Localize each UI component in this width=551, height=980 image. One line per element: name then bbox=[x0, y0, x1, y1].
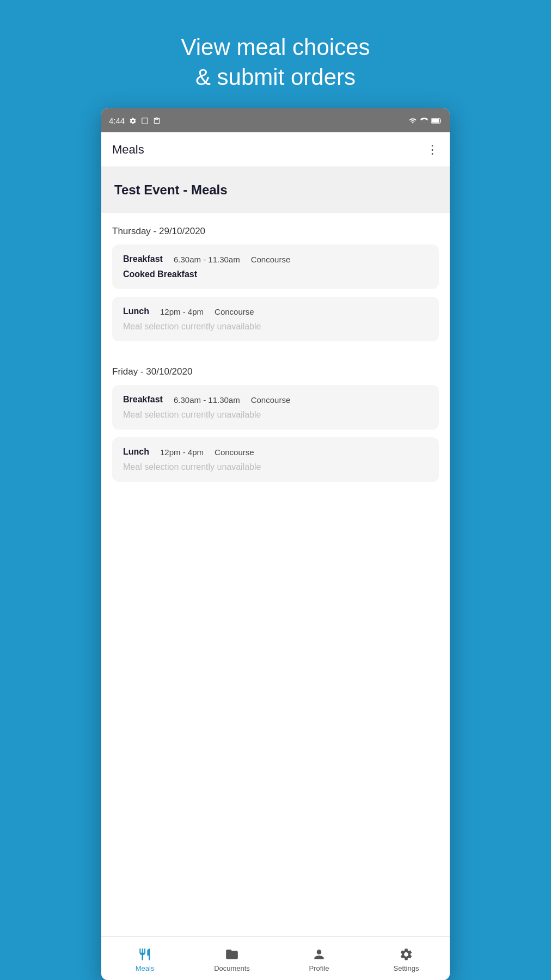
profile-icon bbox=[312, 945, 326, 962]
meal-card-fri-lunch[interactable]: Lunch 12pm - 4pm Concourse Meal selectio… bbox=[112, 437, 439, 482]
meal-time: 6.30am - 11.30am bbox=[174, 255, 240, 264]
status-time: 4:44 bbox=[109, 116, 125, 125]
meals-icon bbox=[138, 945, 152, 962]
nav-label-settings: Settings bbox=[394, 964, 419, 972]
meal-type: Lunch bbox=[123, 307, 149, 316]
nav-item-documents[interactable]: Documents bbox=[188, 941, 276, 977]
nav-label-documents: Documents bbox=[214, 964, 250, 972]
nav-item-settings[interactable]: Settings bbox=[363, 941, 450, 977]
nav-item-profile[interactable]: Profile bbox=[276, 941, 363, 977]
status-square-icon bbox=[141, 116, 149, 125]
phone-frame: 4:44 bbox=[101, 108, 450, 980]
meal-card-thu-lunch[interactable]: Lunch 12pm - 4pm Concourse Meal selectio… bbox=[112, 297, 439, 341]
hero-text: View meal choices & submit orders bbox=[137, 0, 413, 108]
meal-location: Concourse bbox=[215, 448, 254, 457]
meal-card-row: Breakfast 6.30am - 11.30am Concourse bbox=[123, 254, 428, 264]
day-section-friday: Friday - 30/10/2020 Breakfast 6.30am - 1… bbox=[101, 353, 450, 494]
event-header: Test Event - Meals bbox=[101, 167, 450, 213]
nav-label-meals: Meals bbox=[136, 964, 155, 972]
meal-card-row: Lunch 12pm - 4pm Concourse bbox=[123, 307, 428, 316]
event-title: Test Event - Meals bbox=[114, 182, 437, 198]
meal-time: 12pm - 4pm bbox=[160, 448, 204, 457]
app-bar: Meals ⋮ bbox=[101, 132, 450, 167]
meal-unavailable-text: Meal selection currently unavailable bbox=[123, 322, 428, 332]
main-content: Thursday - 29/10/2020 Breakfast 6.30am -… bbox=[101, 213, 450, 936]
meal-card-row: Lunch 12pm - 4pm Concourse bbox=[123, 447, 428, 457]
status-bar-right bbox=[408, 116, 442, 125]
status-bar: 4:44 bbox=[101, 108, 450, 132]
day-label-thursday: Thursday - 29/10/2020 bbox=[112, 226, 439, 237]
meal-unavailable-text: Meal selection currently unavailable bbox=[123, 410, 428, 420]
day-label-friday: Friday - 30/10/2020 bbox=[112, 366, 439, 377]
status-bar-left: 4:44 bbox=[109, 116, 161, 125]
meal-location: Concourse bbox=[251, 395, 291, 405]
status-clipboard-icon bbox=[153, 116, 161, 125]
app-bar-title: Meals bbox=[112, 143, 144, 157]
meal-location: Concourse bbox=[215, 307, 254, 316]
nav-label-profile: Profile bbox=[309, 964, 329, 972]
day-section-thursday: Thursday - 29/10/2020 Breakfast 6.30am -… bbox=[101, 213, 450, 353]
meal-type: Lunch bbox=[123, 447, 149, 457]
nav-item-meals[interactable]: Meals bbox=[101, 941, 188, 977]
wifi-icon bbox=[408, 116, 417, 125]
meal-unavailable-text: Meal selection currently unavailable bbox=[123, 462, 428, 472]
settings-icon bbox=[399, 945, 413, 962]
meal-card-thu-breakfast[interactable]: Breakfast 6.30am - 11.30am Concourse Coo… bbox=[112, 244, 439, 289]
svg-rect-2 bbox=[432, 119, 439, 122]
overflow-menu-button[interactable]: ⋮ bbox=[426, 143, 439, 157]
meal-card-row: Breakfast 6.30am - 11.30am Concourse bbox=[123, 395, 428, 405]
hero-line1: View meal choices bbox=[181, 34, 370, 60]
meal-type: Breakfast bbox=[123, 395, 163, 405]
meal-name: Cooked Breakfast bbox=[123, 270, 428, 279]
bottom-nav: Meals Documents Profile bbox=[101, 936, 450, 980]
meal-type: Breakfast bbox=[123, 254, 163, 264]
meal-time: 12pm - 4pm bbox=[160, 307, 204, 316]
meal-location: Concourse bbox=[251, 255, 291, 264]
status-gear-icon bbox=[129, 116, 137, 125]
meal-time: 6.30am - 11.30am bbox=[174, 395, 240, 405]
svg-rect-0 bbox=[142, 118, 148, 124]
hero-line2: & submit orders bbox=[195, 64, 356, 90]
meal-card-fri-breakfast[interactable]: Breakfast 6.30am - 11.30am Concourse Mea… bbox=[112, 385, 439, 430]
documents-icon bbox=[225, 945, 239, 962]
signal-icon bbox=[420, 116, 428, 125]
battery-icon bbox=[431, 117, 442, 125]
